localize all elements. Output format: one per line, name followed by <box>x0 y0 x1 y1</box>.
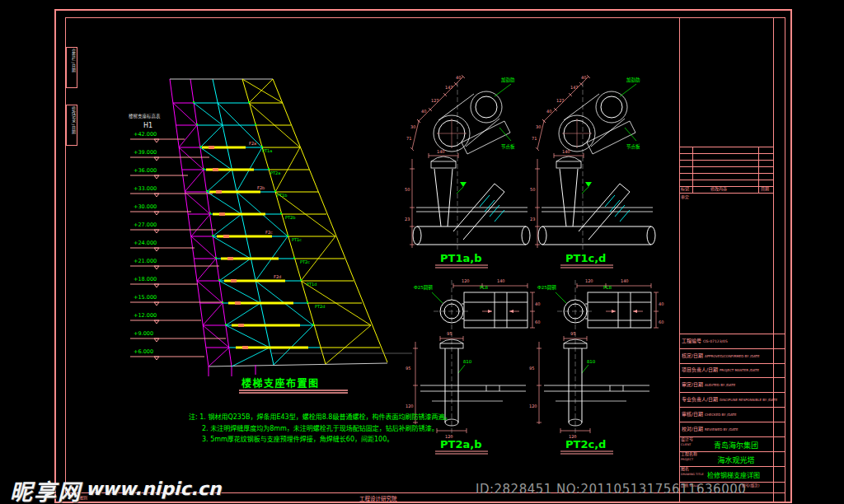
elevation-marker-icon <box>154 266 159 269</box>
svg-text:PT1c: PT1c <box>292 237 302 242</box>
svg-text:127: 127 <box>431 98 439 103</box>
svg-text:Ф25圆钢: Ф25圆钢 <box>414 284 433 291</box>
admin-row-1: 工程编号 CG-07123/05 <box>682 338 728 344</box>
stair-flight-bars <box>202 147 308 348</box>
truss-horizontals <box>173 103 380 348</box>
svg-text:23: 23 <box>405 217 410 222</box>
elevation-marker-icon <box>154 175 159 179</box>
detail-views: 40 127 147 40 71 30 加劲肋 节点板 <box>404 70 676 461</box>
weld-mark-icon <box>460 182 467 187</box>
svg-text:95: 95 <box>406 366 410 371</box>
strip-center-text: 工程设计研究院 <box>359 497 397 502</box>
svg-text:F2d: F2d <box>274 274 281 279</box>
elevation-marker-icon <box>154 302 159 306</box>
rev-col-mark: 标记 <box>681 187 689 192</box>
svg-text:60: 60 <box>535 320 540 324</box>
signature-box-top: 会签栏 /日期 <box>66 47 77 88</box>
svg-text:PT2a: PT2a <box>270 170 280 175</box>
elevation-table-header: 楼梯支座标高表 <box>129 113 161 119</box>
elevation-label: +15.000 <box>134 294 157 301</box>
svg-text:40: 40 <box>421 109 426 114</box>
elevation-label: +9.000 <box>134 330 153 337</box>
elevation-label: +18.000 <box>134 276 157 282</box>
rev-col-content: 修改内容 <box>710 187 727 192</box>
watermark-site-url[interactable]: www.nipic.cn <box>86 478 222 499</box>
svg-text:30: 30 <box>410 124 415 129</box>
watermark-site-name: 昵享网 <box>10 474 82 504</box>
cad-sheet: 会签栏 /日期 修改记录 /日期 <box>0 0 844 504</box>
svg-text:节点板: 节点板 <box>501 143 515 150</box>
elevation-label: +33.000 <box>134 185 157 192</box>
svg-text:50: 50 <box>405 187 410 192</box>
elevation-label: +39.000 <box>134 149 157 156</box>
watermark-id-text: ID:2828451 NO:20110513175611636000 <box>476 482 746 497</box>
truss-title: 楼梯支座布置图 <box>241 377 320 390</box>
elevation-marker-icon <box>154 194 159 197</box>
note-line-2: 2. 未注明焊缝厚度均为8mm，未注明螺栓孔于现场配钻固定，钻后补刷防锈漆。 <box>189 423 401 435</box>
svg-text:PT1d: PT1d <box>307 282 316 287</box>
elevation-table-id: H1 <box>143 122 152 129</box>
detail-pt1-geometry: 40 127 147 40 71 30 加劲肋 节点板 <box>405 75 530 250</box>
elevation-label: +27.000 <box>134 222 157 228</box>
elevation-marker-icon <box>154 338 159 342</box>
signature-box-bottom: 修改记录 /日期 <box>66 105 77 146</box>
general-notes: 注: 1. 钢材用Q235B，焊条用E43型，螺栓用8.8级普通螺栓，构件表面均… <box>189 412 401 446</box>
detail-label-pt2cd: PT2c,d <box>565 438 606 450</box>
elevation-label: +36.000 <box>134 167 157 174</box>
support-tags: PT1a PT2a PT1b PT2b PT1c PT2c PT1d PT2d <box>262 148 325 309</box>
truss-drawing: PT1a PT2a PT1b PT2b PT1c PT2c PT1d PT2d … <box>124 70 430 399</box>
titleblock-divider <box>773 17 774 503</box>
admin-row-3: 项目负责人/日期 PROJECT MASTER /DATE <box>682 367 759 373</box>
drawing-title-value: 检修钢梯支座详图 <box>687 470 780 479</box>
elevation-marker-icon <box>154 139 159 142</box>
detail-label-pt1cd: PT1c,d <box>565 252 606 264</box>
svg-text:δ10: δ10 <box>463 359 472 364</box>
admin-row-2: 核定/日期 APPROVED/CONFIRMED BY /DATE <box>682 353 760 359</box>
elevation-marker-icon <box>154 357 159 360</box>
svg-text:F2c: F2c <box>265 230 273 235</box>
elevation-marker-icon <box>154 320 159 324</box>
svg-text:F2b: F2b <box>257 185 265 190</box>
svg-text:F2a: F2a <box>249 141 256 146</box>
elevation-marker-icon <box>154 248 159 251</box>
svg-text:PT2c: PT2c <box>300 259 310 264</box>
rev-footer: 审定 <box>681 195 689 200</box>
project-value: 海水观光塔 <box>691 455 781 465</box>
note-line-1: 注: 1. 钢材用Q235B，焊条用E43型，螺栓用8.8级普通螺栓，构件表面均… <box>189 412 401 423</box>
elevation-marker-icon <box>154 212 159 215</box>
elevation-label: +42.000 <box>134 131 157 138</box>
admin-row-7: 校对/日期 REVIEWED BY /DATE <box>682 427 738 432</box>
svg-text:120: 120 <box>406 404 414 408</box>
elevation-label: +12.000 <box>134 312 157 319</box>
admin-row-4: 审定/日期 AUDITED BY /DATE <box>682 382 735 388</box>
note-line-3: 3. 5mm厚花纹钢板与支座预埋件焊接，角焊缝长60，间距100。 <box>189 434 401 446</box>
detail-label-pt1ab: PT1a,b <box>440 252 481 264</box>
svg-text:40: 40 <box>535 301 540 306</box>
truss-title-underline <box>239 390 348 393</box>
titleblock-left-border <box>679 17 680 503</box>
svg-text:120: 120 <box>462 278 470 283</box>
detail-pt2cd-geometry <box>529 278 663 439</box>
elevation-label: +6.000 <box>134 348 153 355</box>
svg-text:147: 147 <box>445 85 453 90</box>
svg-text:40: 40 <box>456 75 461 80</box>
elevation-label: +21.000 <box>134 258 157 264</box>
elevation-marker-icon <box>154 157 159 161</box>
elevation-label: +30.000 <box>134 203 157 210</box>
svg-text:140: 140 <box>497 278 505 283</box>
admin-row-5: 专业负责人/日期 DISCIPLINE RESPONSIBLE BY /DATE <box>682 397 777 403</box>
svg-text:140: 140 <box>437 149 445 154</box>
svg-text:PT1a: PT1a <box>262 148 272 153</box>
client-value: 青岛海尔集团 <box>691 440 781 450</box>
svg-text:PT2b: PT2b <box>285 215 295 220</box>
svg-text:PL8: PL8 <box>480 285 488 290</box>
svg-text:95: 95 <box>447 331 452 336</box>
rev-col-date: 日期 <box>761 187 769 192</box>
svg-text:PT1b: PT1b <box>277 193 287 198</box>
detail-label-pt2ab: PT2a,b <box>440 438 481 450</box>
svg-text:71: 71 <box>406 136 411 141</box>
truss-chords <box>170 79 412 376</box>
svg-text:PT2d: PT2d <box>315 304 325 309</box>
admin-row-6: 审核/日期 CHECKED BY /DATE <box>682 412 737 418</box>
detail-pt1cd-geometry <box>530 75 655 250</box>
